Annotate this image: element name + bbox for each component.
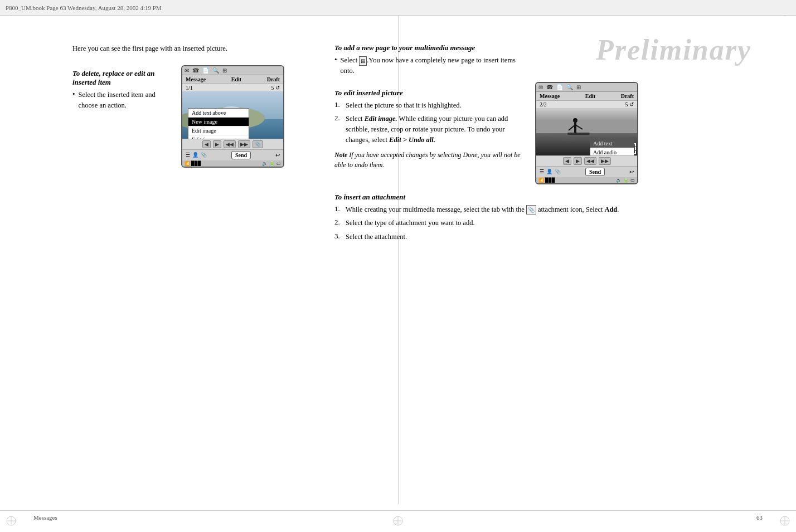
phone2-bottom: ☰ 👤 📎 Send ↩ <box>536 166 637 177</box>
phone1-btn-rewind[interactable]: ◀◀ <box>224 140 236 148</box>
phone1-send-btn[interactable]: Send <box>231 151 251 159</box>
phone1-vol-icon: 🔈 <box>262 161 268 166</box>
phone2-menu-draft: Draft <box>621 93 634 99</box>
phone2-btn-rewind[interactable]: ◀◀ <box>584 157 596 165</box>
phone1-battery: 🔋 <box>269 161 275 166</box>
phone2-status-bottom: 📶 ▉▉▉ 🔈 🔋 ▭ <box>536 177 637 183</box>
phone2-btn-back[interactable]: ◀ <box>563 157 571 165</box>
left-column: Here you can see the first page with an … <box>72 16 284 168</box>
phone2-icon-search: 🔍 <box>566 84 573 90</box>
phone1-signal: 📶 ▉▉▉ <box>185 161 201 166</box>
step1-num: 1. <box>334 100 342 109</box>
menu-add-text-above[interactable]: Add text above <box>188 109 249 118</box>
delete-bullet-text: Select the inserted item and choose an a… <box>79 90 170 111</box>
attach-step3: 3. Select the attachment. <box>334 232 669 242</box>
phone2-shape: ▭ <box>630 178 635 183</box>
step1-text: Select the picture so that it is highlig… <box>346 100 462 111</box>
bullet-symbol: • <box>72 90 75 99</box>
phone2-page-info: 2/2 5 ↺ <box>536 101 637 108</box>
phone1-image-area: Add text above New image Edit image Edit… <box>182 91 283 139</box>
add-page-section: To add a new page to your multimedia mes… <box>334 43 524 76</box>
edit-picture-heading: To edit inserted picture <box>334 89 524 97</box>
phone2-signal: 📶 ▉▉▉ <box>538 178 555 183</box>
step2-num: 2. <box>334 114 342 123</box>
phone2-icon-back: ↩ <box>629 169 634 175</box>
phone2-page-num: 2/2 <box>540 101 547 108</box>
add-page-icon: ⊞ <box>359 56 367 66</box>
phone1-btn-forward[interactable]: ▶ <box>213 140 221 148</box>
phone2-controls: ◀ ▶ ◀◀ ▶▶ <box>536 155 637 166</box>
phone1-icon-mail: ✉ <box>185 67 189 74</box>
attach-step3-text: Select the attachment. <box>346 232 407 242</box>
intro-paragraph: Here you can see the first page with an … <box>72 43 284 54</box>
phone1-icon-clip: 📎 <box>201 152 207 158</box>
phone2-icon-grid: ⊞ <box>576 84 581 90</box>
phone1-bottom: ☰ 👤 📎 Send ↩ <box>182 149 283 160</box>
phone2-bottom-icons: ☰ 👤 📎 <box>540 169 561 174</box>
attach-step1-text: While creating your multimedia message, … <box>346 204 619 215</box>
note-block: Note If you have accepted changes by sel… <box>334 150 524 170</box>
header-text: P800_UM.book Page 63 Wednesday, August 2… <box>6 4 162 11</box>
phone2-btn-forward[interactable]: ▶ <box>574 157 582 165</box>
menu-new-image[interactable]: New image <box>188 118 249 126</box>
phone1-page-info: 1/1 5 ↺ <box>182 84 283 91</box>
attach-step2-text: Select the type of attachment you want t… <box>346 218 475 228</box>
attach-step3-num: 3. <box>334 232 342 241</box>
add-page-bullet: • Select ⊞.You now have a completely new… <box>334 55 524 76</box>
phone2-vol-icon: 🔈 <box>616 178 622 183</box>
phone2-menu-bar: Message Edit Draft <box>536 92 637 101</box>
note-label: Note <box>334 151 349 159</box>
attach-step2: 2. Select the type of attachment you wan… <box>334 218 669 228</box>
popup-add-audio[interactable]: Add audio <box>590 148 634 155</box>
phone1-bottom-icons: ☰ 👤 📎 <box>186 152 207 158</box>
phone1-page-count: 5 ↺ <box>271 85 280 91</box>
svg-rect-22 <box>574 122 576 133</box>
phone1-menu-draft: Draft <box>267 76 280 82</box>
page-footer: Messages 63 <box>0 510 796 521</box>
phone2-popup-menu: Add text Add audio Add voice <box>590 139 634 155</box>
phone1-btn-back[interactable]: ◀ <box>202 140 211 148</box>
phone1-icon-person: 👤 <box>192 152 198 158</box>
phone1-icon-list: ☰ <box>186 152 190 158</box>
phone2-icon-doc: 📄 <box>556 84 563 90</box>
phone2-icon-clip: 📎 <box>555 169 561 174</box>
phone1-icon-search: 🔍 <box>212 67 219 74</box>
phone1-controls: ◀ ▶ ◀◀ ▶▶ 📎 <box>182 139 283 149</box>
menu-edit-image[interactable]: Edit image <box>188 126 249 135</box>
phone2-image-area: Add text Add audio Add voice <box>536 108 637 155</box>
phone1-page-num: 1/1 <box>186 85 193 91</box>
phone1-btn-ffwd[interactable]: ▶▶ <box>238 140 250 148</box>
phone2-menu-edit: Edit <box>585 93 595 99</box>
add-page-heading: To add a new page to your multimedia mes… <box>334 43 524 52</box>
phone2-icon-list: ☰ <box>540 169 544 174</box>
intro-text: Here you can see the first page with an … <box>72 43 284 54</box>
phone2-btn-ffwd[interactable]: ▶▶ <box>599 157 611 165</box>
phone1-shape: ▭ <box>276 161 281 166</box>
phone1-btn-attach[interactable]: 📎 <box>253 140 263 148</box>
phone1-menu-edit: Edit <box>231 76 241 82</box>
svg-point-23 <box>573 118 577 123</box>
phone-mockup-2: ✉ ☎ 📄 🔍 ⊞ Message Edit Draft 2/2 5 ↺ <box>535 82 638 184</box>
delete-bullet-item: • Select the inserted item and choose an… <box>72 90 170 111</box>
edit-picture-row: To edit inserted picture 1. Select the p… <box>334 82 758 184</box>
phone2-page-count: 5 ↺ <box>625 101 634 108</box>
menu-edit-time[interactable]: Edit time <box>188 135 249 139</box>
phone2-icon-person: 👤 <box>546 169 552 174</box>
phone2-status-icons: 🔈 🔋 ▭ <box>616 178 635 183</box>
phone1-toolbar: ✉ ☎ 📄 🔍 ⊞ <box>182 66 283 75</box>
add-page-bullet-symbol: • <box>334 55 337 64</box>
popup-add-text[interactable]: Add text <box>590 139 634 148</box>
phone1-icon-back: ↩ <box>275 152 280 158</box>
edit-step1: 1. Select the picture so that it is high… <box>334 100 524 111</box>
phone1-icon-doc: 📄 <box>202 67 209 74</box>
phone2-battery: 🔋 <box>623 178 629 183</box>
phone1-context-menu: Add text above New image Edit image Edit… <box>188 108 249 139</box>
phone2-icon-phone: ☎ <box>546 84 553 90</box>
attach-step1: 1. While creating your multimedia messag… <box>334 204 669 215</box>
header-bar: P800_UM.book Page 63 Wednesday, August 2… <box>0 0 796 16</box>
attach-step1-num: 1. <box>334 204 342 213</box>
attach-step2-num: 2. <box>334 218 342 227</box>
edit-step2: 2. Select Edit image. While editing your… <box>334 114 524 145</box>
right-column: To add a new page to your multimedia mes… <box>334 16 758 246</box>
phone2-send-btn[interactable]: Send <box>585 168 605 176</box>
